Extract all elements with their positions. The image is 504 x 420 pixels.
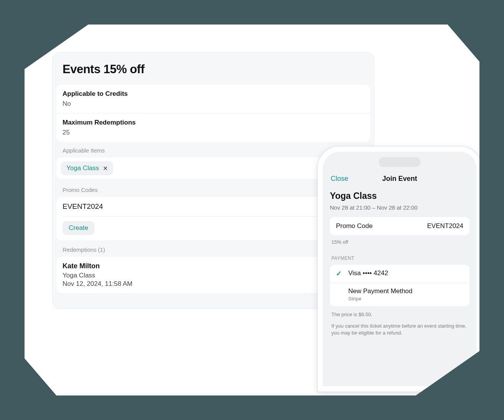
applicable-item-chip[interactable]: Yoga Class ✕ — [61, 161, 113, 175]
promo-label: Promo Code — [336, 222, 372, 230]
close-button[interactable]: Close — [331, 175, 348, 183]
promo-code-row[interactable]: Promo Code EVENT2024 — [330, 217, 469, 235]
price-note: The price is $8.50. — [331, 312, 468, 317]
page-title: Events 15% off — [53, 62, 374, 85]
max-redemptions-value: 25 — [63, 129, 364, 136]
payment-option-new[interactable]: New Payment Method Stripe — [330, 282, 469, 306]
nav-bar: Close Join Event — [323, 168, 476, 189]
credits-label: Applicable to Credits — [63, 90, 364, 98]
payment-list: ✓ Visa •••• 4242 New Payment Method Stri… — [330, 265, 469, 306]
promo-discount-note: 15% off — [331, 239, 468, 245]
max-redemptions-row: Maximum Redemptions 25 — [56, 113, 370, 142]
payment-header: PAYMENT — [331, 256, 468, 261]
promo-value: EVENT2024 — [427, 222, 464, 230]
credits-row: Applicable to Credits No — [56, 85, 370, 113]
payment-title: New Payment Method — [348, 287, 412, 295]
phone-frame: Close Join Event Yoga Class Nov 28 at 21… — [318, 146, 482, 392]
event-title: Yoga Class — [330, 191, 469, 201]
nav-title: Join Event — [382, 175, 417, 183]
check-icon: ✓ — [336, 269, 344, 278]
applicable-items-header: Applicable Items — [63, 147, 364, 154]
payment-option-visa[interactable]: ✓ Visa •••• 4242 — [330, 265, 469, 282]
credits-value: No — [63, 100, 364, 108]
close-icon[interactable]: ✕ — [103, 165, 108, 172]
chip-label: Yoga Class — [66, 164, 99, 172]
event-time: Nov 28 at 21:00 – Nov 28 at 22:00 — [330, 204, 469, 211]
summary-card: Applicable to Credits No Maximum Redempt… — [56, 85, 370, 142]
dynamic-island — [379, 157, 421, 167]
create-button[interactable]: Create — [63, 221, 94, 235]
payment-subtitle: Stripe — [348, 296, 412, 302]
max-redemptions-label: Maximum Redemptions — [63, 119, 364, 126]
refund-note: If you cancel this ticket anytime before… — [331, 323, 468, 336]
payment-title: Visa •••• 4242 — [348, 269, 388, 277]
